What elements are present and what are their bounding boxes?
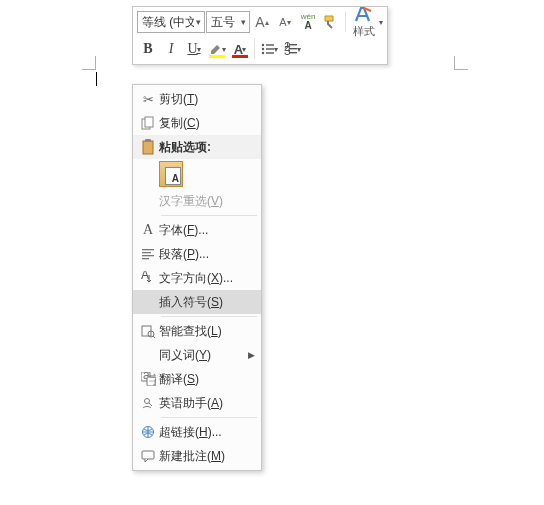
menu-smart-lookup[interactable]: 智能查找(L) [133,319,261,343]
comment-icon [137,446,159,466]
font-size-value: 五号 [207,14,238,31]
text-direction-icon: A [137,268,159,288]
margin-corner-left [82,56,96,70]
separator [161,417,257,418]
menu-hyperlink[interactable]: 超链接(H)... [133,420,261,444]
svg-text:字: 字 [149,373,156,386]
font-color-button[interactable]: A ▾ [229,38,251,60]
toolbar-row-1: 等线 (中文 ▾ 五号 ▾ A▴ A▾ wén A 样式 ▾ [137,10,383,34]
menu-cut[interactable]: ✂ 剪切(T) [133,87,261,111]
smart-lookup-icon [137,321,159,341]
chevron-down-icon: ▾ [238,17,249,27]
svg-point-2 [261,48,263,50]
styles-button[interactable]: 样式 [349,6,379,39]
separator [254,39,255,59]
menu-font[interactable]: A 字体(F)... [133,218,261,242]
svg-rect-29 [142,451,154,459]
document-page: 等线 (中文 ▾ 五号 ▾ A▴ A▾ wén A 样式 ▾ [0,0,544,505]
separator [345,12,346,32]
menu-synonyms[interactable]: 同义词(Y) ▶ [133,343,261,367]
separator [161,215,257,216]
svg-rect-16 [142,249,154,250]
paragraph-icon [137,244,159,264]
chevron-down-icon: ▾ [194,17,204,27]
separator [161,316,257,317]
text-cursor [96,72,97,86]
svg-rect-5 [266,52,274,53]
bold-button[interactable]: B [137,38,159,60]
mini-toolbar: 等线 (中文 ▾ 五号 ▾ A▴ A▾ wén A 样式 ▾ [132,6,388,65]
styles-label: 样式 [353,24,375,39]
svg-rect-13 [145,117,153,127]
translate-icon: a字 [137,369,159,389]
english-assistant-icon [137,393,159,413]
svg-rect-19 [142,258,149,259]
phonetic-guide-button[interactable]: wén A [297,11,319,33]
menu-english-assistant[interactable]: 英语助手(A) [133,391,261,415]
svg-point-27 [145,399,150,404]
svg-rect-1 [266,44,274,45]
menu-text-direction[interactable]: A 文字方向(X)... [133,266,261,290]
svg-rect-11 [289,52,297,53]
increase-font-size-button[interactable]: A▴ [251,11,273,33]
underline-button[interactable]: U▾ [183,38,205,60]
hyperlink-icon [137,422,159,442]
menu-cjk-reselect: 汉字重选(V) [133,189,261,213]
highlight-button[interactable]: ▾ [206,38,228,60]
paste-text-only-icon: A [159,161,183,187]
copy-icon [137,113,159,133]
menu-paragraph[interactable]: 段落(P)... [133,242,261,266]
svg-rect-15 [145,139,151,142]
decrease-font-size-button[interactable]: A▾ [274,11,296,33]
context-menu: ✂ 剪切(T) 复制(C) 粘贴选项: A 汉字重选(V) A 字体(F)... [132,84,262,471]
font-size-combo[interactable]: 五号 ▾ [206,11,250,33]
svg-rect-17 [142,252,151,253]
svg-rect-3 [266,48,274,49]
bullets-button[interactable]: ▾ [258,38,280,60]
chevron-right-icon: ▶ [248,350,255,360]
svg-text:3: 3 [284,44,291,56]
menu-translate[interactable]: a字 翻译(S) [133,367,261,391]
font-name-combo[interactable]: 等线 (中文 ▾ [137,11,205,33]
menu-copy[interactable]: 复制(C) [133,111,261,135]
menu-new-comment[interactable]: 新建批注(M) [133,444,261,468]
paste-option-keep-text[interactable]: A [133,159,261,189]
font-name-value: 等线 (中文 [138,14,194,31]
svg-rect-18 [142,255,154,256]
toolbar-row-2: B I U▾ ▾ A ▾ ▾ 123 ▾ [137,37,383,61]
margin-corner-right [454,56,468,70]
svg-point-0 [261,44,263,46]
menu-paste-options-header: 粘贴选项: [133,135,261,159]
clipboard-icon [137,137,159,157]
svg-point-4 [261,52,263,54]
chevron-down-icon[interactable]: ▾ [379,18,383,27]
font-icon: A [137,220,159,240]
menu-insert-symbol[interactable]: 插入符号(S) [133,290,261,314]
styles-icon [353,6,375,24]
italic-button[interactable]: I [160,38,182,60]
numbering-button[interactable]: 123 ▾ [281,38,303,60]
format-painter-button[interactable] [320,11,342,33]
svg-rect-14 [143,141,153,154]
scissors-icon: ✂ [137,89,159,109]
